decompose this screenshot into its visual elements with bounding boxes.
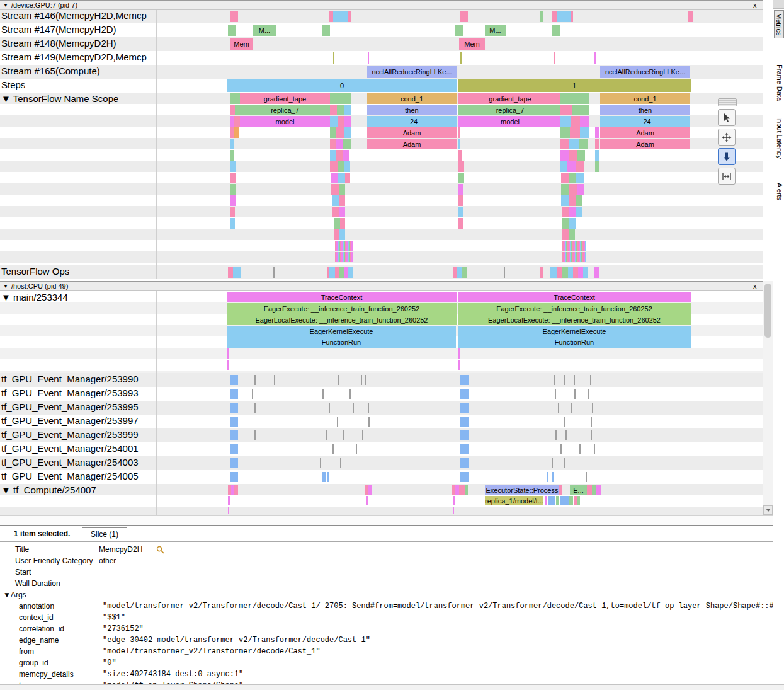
trace-slice[interactable] [580,116,589,127]
trace-slice[interactable] [348,11,351,22]
trace-slice[interactable]: FunctionRun [227,336,456,348]
trace-slice[interactable]: replica_7 [240,105,330,115]
trace-slice[interactable] [332,444,334,454]
args-section-header[interactable]: ▼Args [0,589,784,601]
trace-slice[interactable] [322,25,330,36]
trace-slice[interactable] [334,218,340,229]
trace-slice[interactable]: Adam [367,127,457,138]
trace-slice[interactable] [590,375,591,385]
trace-slice[interactable] [596,485,601,495]
trace-slice[interactable] [569,184,577,195]
trace-slice[interactable]: cond_1 [600,93,690,104]
trace-slice[interactable] [595,161,599,172]
trace-slice[interactable] [559,485,562,495]
trace-slice[interactable] [230,430,238,440]
trace-slice[interactable] [337,417,338,427]
trace-slice[interactable] [368,52,369,64]
trace-slice[interactable] [337,105,344,115]
trace-slice[interactable] [564,375,565,385]
trace-slice[interactable]: then [600,105,690,115]
trace-slice[interactable] [230,150,234,161]
trace-slice[interactable] [552,25,560,36]
track-label[interactable]: ▼ TensorFlow Name Scope [1,93,118,104]
trace-slice[interactable] [569,173,576,183]
toolbox-drag-handle[interactable] [718,98,737,106]
trace-slice[interactable] [453,507,454,514]
trace-slice[interactable] [561,184,569,195]
trace-slice[interactable] [455,25,463,36]
trace-slice[interactable]: model [240,116,330,127]
trace-slice[interactable] [569,195,576,206]
trace-slice[interactable] [460,11,468,22]
trace-slice[interactable] [235,105,240,115]
trace-slice[interactable] [343,150,349,161]
trace-slice[interactable] [230,195,236,206]
trace-slice[interactable] [336,127,344,138]
trace-slice[interactable] [339,267,344,278]
trace-slice[interactable] [320,458,321,468]
timing-tool-button[interactable] [718,168,736,185]
trace-slice[interactable]: ncclAllReduceRingLLKe... [367,66,457,78]
trace-slice[interactable] [254,403,256,413]
trace-slice[interactable]: M... [253,25,276,36]
trace-slice[interactable] [594,267,599,278]
trace-slice[interactable] [332,207,339,217]
trace-slice[interactable] [230,173,236,183]
trace-slice[interactable] [460,417,469,427]
track-label[interactable]: ▼ tf_Compute/254007 [1,485,96,495]
trace-slice[interactable] [228,507,229,514]
trace-slice[interactable] [344,161,350,172]
vertical-scrollbar-thumb[interactable] [764,284,771,338]
trace-slice[interactable] [579,444,581,454]
trace-slice[interactable]: Mem [459,38,485,50]
trace-slice[interactable] [554,52,555,64]
trace-slice[interactable] [576,173,584,183]
trace-slice[interactable] [233,267,241,278]
trace-slice[interactable] [361,375,362,385]
trace-slice[interactable]: FunctionRun [458,336,691,348]
trace-slice[interactable] [339,229,345,240]
trace-slice[interactable] [252,389,253,399]
trace-slice[interactable] [504,267,505,278]
trace-slice[interactable] [557,11,571,22]
trace-slice[interactable] [564,458,565,468]
trace-slice[interactable]: M... [485,25,506,36]
side-tab-alerts[interactable]: Alerts [775,180,784,203]
trace-slice[interactable] [574,389,576,399]
trace-slice[interactable] [460,389,469,399]
zoom-tool-button[interactable] [718,148,736,165]
trace-slice[interactable] [571,403,572,413]
trace-slice[interactable] [345,173,350,183]
trace-slice[interactable] [322,472,326,482]
trace-slice[interactable] [344,116,351,127]
trace-slice[interactable]: TraceContext [458,292,691,302]
trace-slice[interactable]: Adam [367,139,457,149]
trace-slice[interactable] [562,207,569,217]
trace-slice[interactable] [230,403,238,413]
trace-slice[interactable] [574,496,577,505]
trace-slice[interactable] [561,195,569,206]
trace-slice[interactable] [339,207,345,217]
trace-slice[interactable] [458,207,463,217]
trace-slice[interactable] [579,139,588,149]
trace-slice[interactable] [335,252,353,262]
trace-slice[interactable] [458,127,460,138]
trace-slice[interactable] [568,267,573,278]
trace-slice[interactable] [459,485,465,495]
trace-slice[interactable]: cond_1 [367,93,457,104]
trace-slice[interactable] [569,218,576,229]
trace-slice[interactable] [330,105,337,115]
tab-slice[interactable]: Slice (1) [82,527,127,541]
trace-slice[interactable] [230,139,234,149]
trace-slice[interactable] [562,267,568,278]
trace-slice[interactable] [230,105,235,115]
side-tab-input-latency[interactable]: Input Latency [775,115,784,161]
trace-slice[interactable] [548,496,555,505]
trace-slice[interactable] [560,496,569,505]
trace-slice[interactable] [554,375,555,385]
trace-slice[interactable] [571,11,573,22]
trace-slice[interactable] [344,267,348,278]
trace-slice[interactable] [458,150,462,161]
trace-slice[interactable] [540,11,543,22]
trace-slice[interactable] [564,417,565,427]
